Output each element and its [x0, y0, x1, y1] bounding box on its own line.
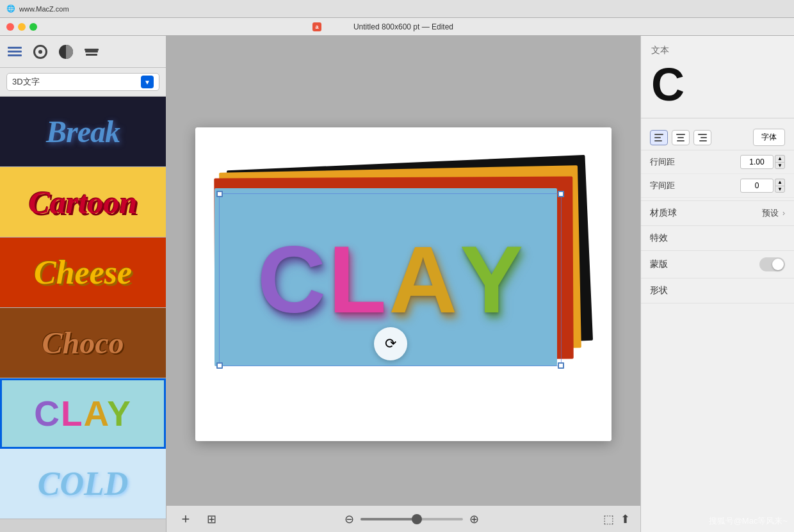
- right-panel-preview-char: C: [651, 61, 784, 108]
- material-value: 预设: [762, 207, 779, 219]
- dropdown-row: 3D文字 ▼: [0, 68, 166, 97]
- layers-icon[interactable]: [85, 47, 99, 56]
- close-button[interactable]: [6, 23, 14, 31]
- clay-letter-C: C: [257, 232, 326, 327]
- handle-br[interactable]: [558, 362, 564, 369]
- style-break-label: Break: [46, 114, 120, 149]
- sidebar: 3D文字 ▼ Break Cartoon Cheese Choco: [0, 36, 166, 532]
- canvas-wrapper: C L A Y ⟳: [195, 127, 612, 441]
- style-item-choco[interactable]: Choco: [0, 308, 166, 378]
- style-item-cartoon[interactable]: Cartoon: [0, 167, 166, 238]
- svg-rect-7: [701, 137, 707, 138]
- style-clay-label: CLAY: [34, 393, 132, 434]
- line-spacing-input[interactable]: [740, 155, 774, 169]
- zoom-control: ⊖ ⊕: [228, 512, 596, 526]
- font-button[interactable]: 字体: [753, 129, 785, 146]
- align-row: 字体: [641, 125, 794, 150]
- style-item-cheese[interactable]: Cheese: [0, 238, 166, 308]
- char-spacing-row: 字间距 ▲ ▼: [641, 174, 794, 198]
- list-icon[interactable]: [8, 47, 22, 56]
- mask-icon[interactable]: [59, 45, 73, 59]
- dropdown-label: 3D文字: [12, 76, 40, 88]
- line-spacing-label: 行间距: [650, 156, 740, 168]
- align-center-button[interactable]: [672, 130, 690, 145]
- rotate-icon[interactable]: ⟳: [374, 327, 407, 360]
- svg-rect-3: [676, 134, 685, 135]
- material-row: 材质球 预设 ›: [641, 200, 794, 226]
- svg-rect-0: [654, 134, 663, 135]
- clay-letter-Y: Y: [460, 232, 523, 327]
- site-url: www.MacZ.com: [19, 5, 69, 13]
- svg-rect-1: [654, 137, 661, 138]
- svg-rect-6: [698, 134, 707, 135]
- shape-row[interactable]: 形状: [641, 278, 794, 303]
- style-item-clay[interactable]: CLAY: [0, 378, 166, 449]
- effects-row[interactable]: 特效: [641, 226, 794, 251]
- style-item-cold[interactable]: COLD: [0, 449, 166, 519]
- minimize-button[interactable]: [18, 23, 26, 31]
- right-panel-header: 文本 C: [641, 36, 794, 118]
- dropdown-arrow-icon: ▼: [141, 76, 154, 88]
- char-spacing-label: 字间距: [650, 180, 740, 191]
- zoom-minus-icon[interactable]: ⊖: [344, 512, 354, 526]
- clay-letter-A: A: [389, 232, 457, 327]
- clay-text-selection[interactable]: C L A Y ⟳: [219, 193, 562, 366]
- zoom-plus-icon[interactable]: ⊕: [469, 512, 479, 526]
- gear-icon[interactable]: [33, 45, 47, 59]
- svg-rect-2: [654, 140, 662, 141]
- handle-tl[interactable]: [216, 191, 223, 197]
- window-title: Untitled 800x600 pt — Edited: [353, 22, 453, 31]
- material-chevron-icon: ›: [782, 209, 785, 218]
- style-item-break[interactable]: Break: [0, 97, 166, 167]
- sidebar-toolbar: [0, 36, 166, 68]
- style-choco-label: Choco: [42, 325, 124, 360]
- material-label: 材质球: [650, 207, 762, 219]
- export-icon[interactable]: ⬚: [603, 512, 614, 526]
- main-layout: 3D文字 ▼ Break Cartoon Cheese Choco: [0, 36, 794, 532]
- shape-label: 形状: [650, 285, 785, 296]
- svg-rect-8: [699, 140, 707, 141]
- line-spacing-row: 行间距 ▲ ▼: [641, 150, 794, 174]
- line-spacing-up[interactable]: ▲: [775, 155, 785, 162]
- frame-button[interactable]: ⊞: [202, 512, 220, 526]
- char-spacing-up[interactable]: ▲: [775, 179, 785, 186]
- bottom-toolbar: + ⊞ ⊖ ⊕ ⬚ ⬆: [166, 505, 640, 532]
- align-left-button[interactable]: [650, 130, 668, 145]
- mask-toggle-knob: [772, 259, 784, 270]
- zoom-slider-track[interactable]: [361, 518, 463, 520]
- right-panel-title: 文本: [651, 45, 784, 56]
- zoom-slider-thumb[interactable]: [412, 514, 422, 524]
- line-spacing-stepper: ▲ ▼: [775, 155, 785, 169]
- style-dropdown[interactable]: 3D文字 ▼: [6, 73, 159, 91]
- svg-rect-5: [677, 140, 685, 141]
- char-spacing-stepper: ▲ ▼: [775, 179, 785, 193]
- line-spacing-down[interactable]: ▼: [775, 162, 785, 169]
- title-bar: a Untitled 800x600 pt — Edited: [0, 18, 794, 36]
- zoom-slider-fill: [361, 518, 417, 520]
- add-button[interactable]: +: [177, 511, 195, 528]
- style-cold-label: COLD: [38, 465, 129, 503]
- handle-bl[interactable]: [216, 362, 223, 369]
- style-cheese-label: Cheese: [34, 254, 132, 291]
- right-panel: 文本 C 字体 行间距: [640, 36, 794, 532]
- bottom-right-icons: ⬚ ⬆: [603, 512, 630, 526]
- char-spacing-down[interactable]: ▼: [775, 186, 785, 193]
- canvas-area: C L A Y ⟳ + ⊞ ⊖ ⊕: [166, 36, 640, 532]
- char-spacing-input[interactable]: [740, 179, 774, 193]
- effects-label: 特效: [650, 232, 785, 244]
- window-controls: [6, 23, 37, 31]
- site-bar: 🌐 www.MacZ.com: [0, 0, 794, 18]
- mask-row: 蒙版: [641, 251, 794, 278]
- app-icon: a: [312, 22, 321, 31]
- fullscreen-button[interactable]: [29, 23, 37, 31]
- style-cartoon-label: Cartoon: [29, 184, 138, 221]
- svg-rect-4: [677, 137, 684, 138]
- clay-letter-L: L: [328, 232, 386, 327]
- share-icon[interactable]: ⬆: [620, 512, 630, 526]
- site-icon: 🌐: [6, 4, 15, 13]
- mask-toggle[interactable]: [759, 257, 785, 271]
- align-right-button[interactable]: [693, 130, 711, 145]
- char-spacing-control: ▲ ▼: [740, 179, 785, 193]
- handle-tr[interactable]: [558, 191, 564, 197]
- style-list: Break Cartoon Cheese Choco CLAY: [0, 97, 166, 532]
